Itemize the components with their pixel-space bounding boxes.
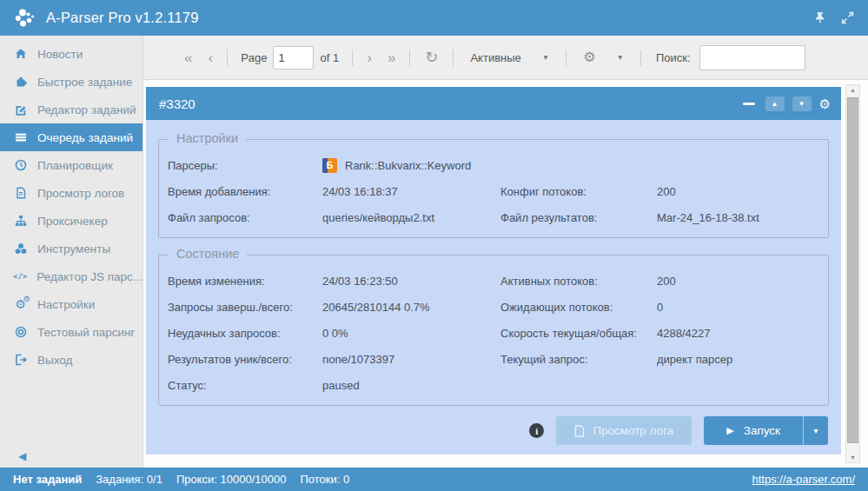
prev-page-button[interactable]: ‹: [200, 50, 221, 65]
settings-dropdown[interactable]: ⚙ ▼: [573, 50, 634, 64]
field-value: 200: [657, 268, 819, 294]
toolbar: « ‹ Page of 1 › » ↻ Активные ▼ ⚙ ▼ Поиск…: [143, 36, 868, 80]
toolbar-separator: [227, 50, 228, 66]
status-text: Нет заданий: [13, 473, 82, 486]
field-value: 20645/2810144 0.7%: [322, 294, 500, 320]
play-icon: ▶: [726, 425, 733, 436]
sidebar-item-settings[interactable]: ⚙⚙ Настройки: [0, 290, 142, 318]
sidebar-collapse-arrow[interactable]: ◀: [18, 450, 26, 462]
info-icon[interactable]: i: [529, 423, 544, 438]
scroll-up-icon[interactable]: ▲: [846, 87, 859, 93]
field-value: none/1073397: [322, 346, 500, 372]
app-title: A-Parser Pro v1.2.1179: [46, 10, 199, 26]
sidebar-item-news[interactable]: Новости: [0, 40, 142, 68]
page-label: Page: [241, 51, 267, 64]
sidebar: Новости Быстрое задание Редактор заданий…: [0, 36, 143, 468]
field-label: Неудачных запросов:: [168, 320, 322, 346]
field-label: Конфиг потоков:: [500, 178, 657, 204]
settings-legend: Настройки: [169, 131, 246, 145]
task-settings-gear-icon[interactable]: ⚙: [819, 97, 831, 110]
bullseye-icon: [13, 326, 28, 338]
app-window: A-Parser Pro v1.2.1179 Новости: [0, 0, 868, 491]
app-logo-icon: [14, 7, 36, 30]
first-page-button[interactable]: «: [176, 50, 200, 65]
search-label: Поиск:: [656, 51, 691, 64]
field-value: 24/03 16:18:37: [322, 178, 500, 204]
sidebar-item-log-view[interactable]: Просмотр логов: [0, 179, 142, 207]
field-value: [657, 372, 819, 398]
sidebar-item-exit[interactable]: Выход: [0, 346, 142, 374]
sidebar-item-test-parsing[interactable]: Тестовый парсинг: [0, 318, 142, 346]
toolbar-separator: [352, 50, 353, 66]
move-down-button[interactable]: ▼: [792, 96, 812, 111]
refresh-icon[interactable]: ↻: [416, 50, 447, 65]
gear-icon: ⚙: [583, 50, 595, 64]
last-page-button[interactable]: »: [380, 50, 403, 65]
sidebar-item-label: Выход: [37, 354, 72, 367]
sidebar-item-task-queue[interactable]: Очередь заданий: [0, 123, 142, 151]
filter-dropdown-label: Активные: [470, 51, 520, 64]
field-label: Текущий запрос:: [500, 346, 657, 372]
field-label: Результатов уник/всего:: [168, 346, 322, 372]
field-label: [500, 372, 657, 398]
sidebar-item-label: Редактор JS парс...: [36, 270, 142, 283]
field-label: Время изменения:: [168, 268, 322, 294]
sidebar-item-quick-task[interactable]: Быстрое задание: [0, 68, 142, 96]
sidebar-item-tools[interactable]: Инструменты: [0, 235, 142, 262]
state-fieldset: Состояние Время изменения: 24/03 16:23:5…: [158, 255, 829, 406]
home-icon: [13, 48, 28, 60]
next-page-button[interactable]: ›: [359, 50, 380, 65]
sidebar-item-scheduler[interactable]: Планировщик: [0, 151, 142, 179]
field-value: 24/03 16:23:50: [322, 268, 500, 294]
sitemap-icon: [13, 215, 28, 227]
move-up-button[interactable]: ▲: [765, 96, 785, 111]
tasks-counter: Задания: 0/1: [96, 473, 162, 486]
chevron-down-icon[interactable]: ▼: [542, 53, 549, 62]
toolbar-separator: [409, 50, 410, 66]
field-label: Запросы заверш./всего:: [168, 294, 322, 320]
sidebar-item-label: Новости: [37, 48, 83, 61]
field-label: Файл результатов:: [500, 204, 657, 230]
run-button[interactable]: ▶ Запуск ▼: [704, 416, 828, 445]
vertical-scrollbar[interactable]: ▲ ▼: [845, 84, 860, 463]
filter-dropdown[interactable]: Активные ▼: [460, 51, 560, 64]
toolbar-separator: [566, 50, 567, 66]
chevron-down-icon[interactable]: ▼: [617, 53, 624, 62]
edit-icon: [13, 103, 28, 116]
field-value: queries/кейворды2.txt: [322, 204, 500, 230]
page-input[interactable]: [273, 46, 314, 70]
sign-out-icon: [13, 354, 28, 366]
sidebar-item-proxy-checker[interactable]: Проксичекер: [0, 207, 142, 235]
view-log-button[interactable]: Просмотр лога: [556, 416, 692, 445]
file-text-icon: [13, 187, 28, 199]
run-dropdown-caret[interactable]: ▼: [803, 416, 828, 445]
puzzle-icon: [13, 76, 28, 88]
sidebar-item-label: Проксичекер: [37, 215, 108, 228]
aparser-site-link[interactable]: https://a-parser.com/: [752, 473, 856, 486]
run-label: Запуск: [744, 424, 780, 437]
list-icon: [13, 131, 28, 143]
sidebar-item-label: Просмотр логов: [37, 187, 124, 200]
view-log-label: Просмотр лога: [593, 424, 673, 437]
sidebar-item-label: Инструменты: [37, 242, 110, 255]
search-input[interactable]: [699, 45, 805, 70]
expand-icon[interactable]: [841, 11, 854, 24]
sidebar-item-task-editor[interactable]: Редактор заданий: [0, 96, 142, 123]
sidebar-item-label: Быстрое задание: [37, 76, 132, 89]
task-panel: #3320 ▲ ▼ ⚙ Настройки Парсеры: Б Rank::B…: [146, 87, 841, 455]
toolbar-separator: [640, 50, 641, 66]
field-label: Время добавления:: [168, 178, 322, 204]
settings-fieldset: Настройки Парсеры: Б Rank::Bukvarix::Key…: [158, 139, 829, 238]
threads-counter: Потоки: 0: [301, 473, 350, 486]
sidebar-item-label: Планировщик: [37, 159, 113, 172]
sidebar-item-label: Настройки: [37, 298, 95, 311]
field-value: 0 0%: [322, 320, 500, 346]
scroll-down-icon[interactable]: ▼: [846, 455, 859, 461]
field-label: Активных потоков:: [500, 268, 657, 294]
minimize-icon[interactable]: [743, 103, 755, 105]
field-value: 4288/4227: [657, 320, 819, 346]
file-icon: [574, 425, 585, 437]
scrollbar-thumb[interactable]: [847, 97, 858, 443]
pin-icon[interactable]: [813, 11, 826, 24]
sidebar-item-js-editor[interactable]: </> Редактор JS парс...: [0, 262, 142, 290]
